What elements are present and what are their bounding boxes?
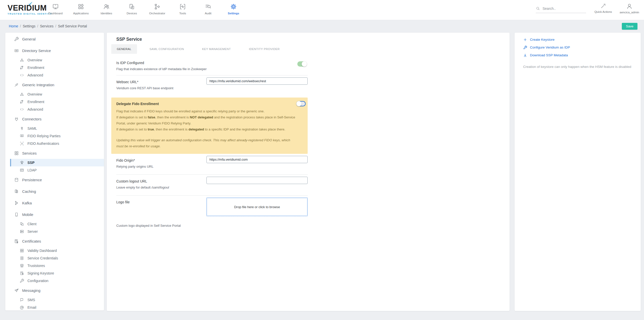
sidebar-item-label: SMS — [27, 298, 35, 302]
orchestrator-icon — [154, 3, 161, 10]
wrench-icon — [20, 279, 24, 283]
sidebar-item-validity-dashboard[interactable]: Validity Dashboard — [5, 247, 104, 254]
sidebar-item-directory-service[interactable]: ADDirectory Service — [5, 45, 104, 56]
user-menu[interactable]: aencica_admin — [617, 3, 642, 14]
tab-general[interactable]: GENERAL — [111, 44, 137, 54]
plug-icon — [14, 82, 19, 87]
quick-actions-button[interactable]: Quick Actions — [591, 3, 616, 13]
sidebar-item-label: Configuration — [27, 279, 48, 283]
cache-icon — [14, 189, 19, 194]
top-bar: VERIDIUM TRUSTED DIGITAL IDENTITY Dashbo… — [0, 0, 644, 20]
search-input[interactable] — [543, 7, 580, 11]
action-link-create-keystore[interactable]: Create Keystore — [523, 38, 633, 42]
breadcrumb-item-home[interactable]: Home — [9, 24, 18, 28]
sidebar-item-caching[interactable]: Caching — [5, 186, 104, 197]
sidebar-item-persistence[interactable]: Persistence — [5, 174, 104, 186]
custom-logout-url-input[interactable] — [206, 177, 308, 184]
sidebar-item-ssp[interactable]: SSP — [10, 159, 104, 166]
sidebar-item-mobile[interactable]: Mobile — [5, 209, 104, 220]
nav-item-settings[interactable]: Settings — [221, 0, 246, 20]
wrench-icon — [523, 45, 527, 50]
sidebar-item-configuration[interactable]: Configuration — [5, 277, 104, 285]
sidebar-item-server[interactable]: Server — [5, 228, 104, 235]
sidebar-item-label: Mobile — [22, 212, 33, 217]
breadcrumb-item-services[interactable]: Services — [40, 24, 54, 28]
sidebar-item-advanced[interactable]: Advanced — [5, 106, 104, 113]
sidebar-item-label: Enrollment — [27, 100, 44, 104]
nav-label: Audit — [205, 12, 211, 15]
sidebar-item-label: Connectors — [22, 117, 42, 121]
username-label: aencica_admin — [620, 11, 639, 14]
paper-plane-icon — [14, 288, 19, 293]
sidebar-item-general[interactable]: General — [5, 33, 104, 45]
sidebar-item-truststores[interactable]: Truststores — [5, 262, 104, 269]
action-link-download-ssp-metadata[interactable]: Download SSP Metadata — [523, 53, 633, 57]
tab-key-management[interactable]: KEY MANAGEMENT — [197, 44, 236, 54]
sidebar-item-sms[interactable]: SMS — [5, 296, 104, 304]
sidebar-item-fido-authenticators[interactable]: ΩFIDO Authenticators — [5, 140, 104, 147]
sidebar-item-messaging[interactable]: Messaging — [5, 285, 104, 296]
code-icon — [20, 107, 24, 112]
sidebar-item-saml[interactable]: SAML — [5, 125, 104, 132]
monitor-icon — [52, 3, 59, 10]
sidebar-item-label: Client — [27, 222, 37, 226]
field-logo-file: Logo file Drop file here or click to bro… — [116, 196, 308, 220]
sidebar-item-label: Certificates — [22, 239, 41, 243]
breadcrumb-item-settings[interactable]: Settings — [23, 24, 35, 28]
logo-dropzone[interactable]: Drop file here or click to browse — [206, 198, 308, 216]
description-line: If delegation is set to false, then the … — [116, 114, 298, 126]
sidebar-item-enrollment[interactable]: Enrollment — [5, 98, 104, 106]
wand-icon — [600, 3, 606, 9]
sidebar-item-label: Overview — [27, 92, 42, 96]
is-idp-toggle[interactable] — [297, 61, 307, 67]
sidebar-item-service-credentials[interactable]: Service Credentials — [5, 254, 104, 262]
nav-item-applications[interactable]: Applications — [68, 0, 94, 20]
sidebar-item-fido-relying-parties[interactable]: FIDO Relying Parties — [5, 132, 104, 140]
sidebar-item-overview[interactable]: Overview — [5, 90, 104, 98]
sidebar-item-certificates[interactable]: Certificates — [5, 235, 104, 247]
websec-url-input[interactable] — [206, 77, 308, 85]
sidebar-item-overview[interactable]: Overview — [5, 56, 104, 64]
download-icon — [523, 53, 527, 57]
sidebar-item-kafka[interactable]: Kafka — [5, 197, 104, 209]
fido-origin-input[interactable] — [206, 156, 308, 163]
tab-saml-configuration[interactable]: SAML CONFIGURATION — [144, 44, 190, 54]
nav-item-devices[interactable]: Devices — [119, 0, 145, 20]
sidebar-item-services[interactable]: Services — [5, 147, 104, 159]
nav-label: Settings — [228, 12, 239, 15]
nav-item-dashboard[interactable]: Dashboard — [43, 0, 68, 20]
sidebar-item-email[interactable]: Email — [5, 304, 104, 310]
keystore-note: Creation of keystore can only happen whe… — [523, 64, 634, 69]
sidebar-item-advanced[interactable]: Advanced — [5, 71, 104, 79]
nav-item-audit[interactable]: Audit — [195, 0, 221, 20]
sidebar-item-label: Directory Service — [22, 49, 51, 53]
sidebar-item-label: Truststores — [27, 264, 45, 268]
breadcrumb-separator: / — [37, 24, 38, 28]
sidebar-item-enrollment[interactable]: Enrollment — [5, 64, 104, 71]
breadcrumb-item-self-service-portal[interactable]: Self Service Portal — [58, 24, 87, 28]
sidebar-item-client[interactable]: Client — [5, 220, 104, 228]
action-link-configure-veridium-as-idp[interactable]: Configure Veridium as IDP — [523, 45, 633, 50]
field-websec-url: Websec URL* Veridium core REST API base … — [116, 75, 308, 96]
delegate-fido-toggle[interactable] — [296, 101, 306, 106]
description-line: Flag that indicates if FIDO keys should … — [116, 108, 298, 114]
nav-item-identities[interactable]: Identities — [94, 0, 119, 20]
nav-item-tools[interactable]: Tools — [170, 0, 195, 20]
field-help: Veridium core REST API base endpoint — [116, 86, 308, 90]
sidebar-item-label: Persistence — [22, 178, 42, 182]
plus-icon — [523, 38, 527, 42]
save-button[interactable]: Save — [622, 23, 637, 30]
connector-icon — [14, 117, 19, 121]
doc-lock-icon — [20, 271, 24, 276]
nav-item-orchestrator[interactable]: Orchestrator — [145, 0, 170, 20]
sidebar-item-connectors[interactable]: Connectors — [5, 113, 104, 125]
sidebar-item-generic-integration[interactable]: Generic Integration — [5, 79, 104, 90]
tab-identity-provider[interactable]: IDENTITY PROVIDER — [243, 44, 285, 54]
apps-grid-icon — [78, 3, 84, 10]
sidebar-item-signing-keystore[interactable]: Signing Keystore — [5, 269, 104, 277]
id-card-icon — [20, 168, 24, 172]
sidebar-item-label: Generic Integration — [22, 83, 54, 87]
kafka-icon — [14, 201, 19, 205]
sidebar-item-ldap[interactable]: LDAP — [5, 166, 104, 174]
actions-panel: Create KeystoreConfigure Veridium as IDP… — [515, 33, 641, 311]
